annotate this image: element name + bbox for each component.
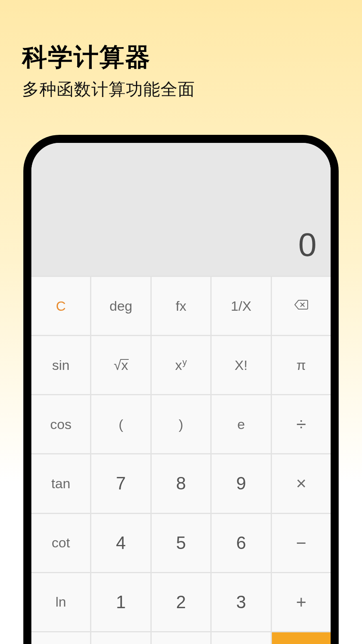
calculator-display: 0: [31, 143, 331, 276]
digit-4-button[interactable]: 4: [91, 514, 150, 572]
sqrt-label: √x: [114, 357, 128, 373]
plus-button[interactable]: +: [272, 573, 331, 631]
digit-3-button[interactable]: 3: [212, 573, 270, 631]
backspace-icon: [294, 298, 309, 314]
digit-1-button[interactable]: 1: [91, 573, 150, 631]
sin-button[interactable]: sin: [31, 336, 90, 394]
e-button[interactable]: e: [212, 395, 270, 453]
fx-button[interactable]: fx: [152, 277, 210, 335]
keypad: C deg fx 1/X sin √x xy X!: [31, 276, 331, 644]
digit-7-button[interactable]: 7: [91, 454, 150, 512]
phone-frame: 0 C deg fx 1/X sin √x: [23, 135, 339, 644]
equals-button[interactable]: =: [272, 632, 331, 644]
power-label: xy: [175, 357, 187, 373]
power-button[interactable]: xy: [152, 336, 210, 394]
ln-button[interactable]: ln: [31, 573, 90, 631]
backspace-button[interactable]: [272, 277, 331, 335]
page-subtitle: 多种函数计算功能全面: [22, 78, 340, 101]
digit-5-button[interactable]: 5: [152, 514, 210, 572]
pi-button[interactable]: π: [272, 336, 331, 394]
divide-button[interactable]: ÷: [272, 395, 331, 453]
reciprocal-button[interactable]: 1/X: [212, 277, 270, 335]
cot-button[interactable]: cot: [31, 514, 90, 572]
multiply-button[interactable]: ×: [272, 454, 331, 512]
clear-button[interactable]: C: [31, 277, 90, 335]
tan-button[interactable]: tan: [31, 454, 90, 512]
calculator-app: 0 C deg fx 1/X sin √x: [31, 143, 331, 644]
factorial-button[interactable]: X!: [212, 336, 270, 394]
deg-button[interactable]: deg: [91, 277, 150, 335]
cos-button[interactable]: cos: [31, 395, 90, 453]
digit-6-button[interactable]: 6: [212, 514, 270, 572]
close-paren-button[interactable]: ): [152, 395, 210, 453]
decimal-button[interactable]: .: [212, 632, 270, 644]
log-button[interactable]: log: [31, 632, 90, 644]
display-value: 0: [298, 226, 317, 264]
percent-button[interactable]: %: [91, 632, 150, 644]
digit-2-button[interactable]: 2: [152, 573, 210, 631]
digit-8-button[interactable]: 8: [152, 454, 210, 512]
open-paren-button[interactable]: (: [91, 395, 150, 453]
sqrt-button[interactable]: √x: [91, 336, 150, 394]
minus-button[interactable]: −: [272, 514, 331, 572]
digit-9-button[interactable]: 9: [212, 454, 270, 512]
page-title: 科学计算器: [22, 40, 340, 74]
digit-0-button[interactable]: 0: [152, 632, 210, 644]
header: 科学计算器 多种函数计算功能全面: [0, 0, 362, 101]
